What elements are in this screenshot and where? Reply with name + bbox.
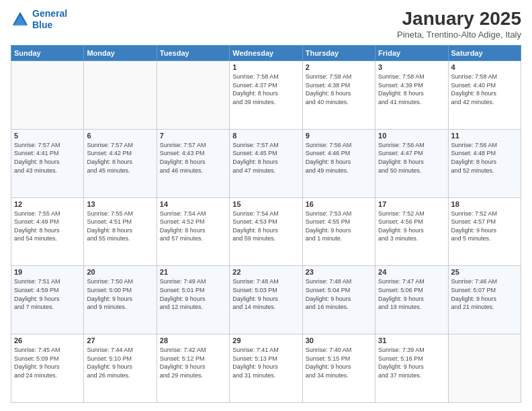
day-info: Sunrise: 7:52 AM Sunset: 4:57 PM Dayligh…: [451, 210, 518, 243]
day-info: Sunrise: 7:58 AM Sunset: 4:37 PM Dayligh…: [232, 73, 299, 106]
day-info: Sunrise: 7:57 AM Sunset: 4:42 PM Dayligh…: [87, 141, 153, 175]
day-number: 11: [451, 132, 518, 140]
day-cell: 10Sunrise: 7:56 AM Sunset: 4:47 PM Dayli…: [375, 129, 448, 197]
day-number: 9: [306, 132, 372, 140]
day-info: Sunrise: 7:57 AM Sunset: 4:45 PM Dayligh…: [232, 141, 299, 175]
day-number: 24: [378, 268, 445, 276]
day-number: 8: [232, 132, 299, 140]
day-cell: 22Sunrise: 7:48 AM Sunset: 5:03 PM Dayli…: [230, 266, 302, 334]
day-cell: 28Sunrise: 7:42 AM Sunset: 5:12 PM Dayli…: [157, 334, 229, 403]
day-info: Sunrise: 7:40 AM Sunset: 5:15 PM Dayligh…: [306, 346, 372, 379]
day-info: Sunrise: 7:58 AM Sunset: 4:39 PM Dayligh…: [378, 73, 445, 106]
weekday-header-saturday: Saturday: [448, 46, 521, 61]
day-info: Sunrise: 7:49 AM Sunset: 5:01 PM Dayligh…: [160, 277, 226, 311]
day-number: 22: [232, 268, 299, 276]
weekday-header-sunday: Sunday: [11, 46, 84, 61]
day-cell: 5Sunrise: 7:57 AM Sunset: 4:41 PM Daylig…: [11, 129, 84, 197]
day-cell: 30Sunrise: 7:40 AM Sunset: 5:15 PM Dayli…: [302, 334, 375, 403]
day-info: Sunrise: 7:58 AM Sunset: 4:38 PM Dayligh…: [306, 73, 372, 106]
day-number: 19: [14, 268, 81, 276]
weekday-header-thursday: Thursday: [302, 46, 375, 61]
day-info: Sunrise: 7:54 AM Sunset: 4:52 PM Dayligh…: [160, 210, 226, 243]
page: General Blue January 2025 Pineta, Trenti…: [0, 0, 532, 411]
location: Pineta, Trentino-Alto Adige, Italy: [397, 30, 521, 40]
day-number: 1: [232, 63, 299, 71]
day-cell: [11, 61, 84, 130]
day-cell: 25Sunrise: 7:46 AM Sunset: 5:07 PM Dayli…: [448, 266, 521, 334]
day-cell: 27Sunrise: 7:44 AM Sunset: 5:10 PM Dayli…: [84, 334, 157, 403]
header: General Blue January 2025 Pineta, Trenti…: [11, 8, 521, 40]
day-cell: 31Sunrise: 7:39 AM Sunset: 5:16 PM Dayli…: [375, 334, 448, 403]
day-number: 5: [14, 132, 81, 140]
day-info: Sunrise: 7:56 AM Sunset: 4:46 PM Dayligh…: [306, 141, 372, 175]
day-info: Sunrise: 7:52 AM Sunset: 4:56 PM Dayligh…: [378, 210, 445, 243]
day-info: Sunrise: 7:44 AM Sunset: 5:10 PM Dayligh…: [87, 346, 153, 379]
day-number: 3: [378, 63, 445, 71]
day-number: 30: [306, 336, 372, 345]
day-number: 18: [451, 200, 518, 208]
day-number: 20: [87, 268, 153, 276]
day-cell: 17Sunrise: 7:52 AM Sunset: 4:56 PM Dayli…: [375, 197, 448, 266]
day-cell: [157, 61, 229, 130]
day-cell: 14Sunrise: 7:54 AM Sunset: 4:52 PM Dayli…: [157, 197, 229, 266]
day-info: Sunrise: 7:41 AM Sunset: 5:13 PM Dayligh…: [232, 346, 299, 379]
day-number: 4: [451, 63, 518, 71]
day-cell: 1Sunrise: 7:58 AM Sunset: 4:37 PM Daylig…: [230, 61, 302, 130]
day-info: Sunrise: 7:57 AM Sunset: 4:43 PM Dayligh…: [160, 141, 226, 175]
day-number: 29: [232, 336, 299, 345]
day-number: 10: [378, 132, 445, 140]
day-cell: 13Sunrise: 7:55 AM Sunset: 4:51 PM Dayli…: [84, 197, 157, 266]
day-cell: 21Sunrise: 7:49 AM Sunset: 5:01 PM Dayli…: [157, 266, 229, 334]
weekday-header-monday: Monday: [84, 46, 157, 61]
day-number: 6: [87, 132, 153, 140]
day-cell: 23Sunrise: 7:48 AM Sunset: 5:04 PM Dayli…: [302, 266, 375, 334]
weekday-header-friday: Friday: [375, 46, 448, 61]
weekday-header-tuesday: Tuesday: [157, 46, 229, 61]
day-cell: 12Sunrise: 7:55 AM Sunset: 4:49 PM Dayli…: [11, 197, 84, 266]
day-info: Sunrise: 7:48 AM Sunset: 5:04 PM Dayligh…: [306, 277, 372, 311]
logo-line2: Blue: [32, 19, 52, 30]
day-cell: 3Sunrise: 7:58 AM Sunset: 4:39 PM Daylig…: [375, 61, 448, 130]
day-cell: 11Sunrise: 7:56 AM Sunset: 4:48 PM Dayli…: [448, 129, 521, 197]
day-number: 7: [160, 132, 226, 140]
day-number: 2: [306, 63, 372, 71]
day-number: 15: [232, 200, 299, 208]
calendar-table: SundayMondayTuesdayWednesdayThursdayFrid…: [11, 45, 521, 403]
day-cell: [84, 61, 157, 130]
day-cell: 15Sunrise: 7:54 AM Sunset: 4:53 PM Dayli…: [230, 197, 302, 266]
day-info: Sunrise: 7:55 AM Sunset: 4:49 PM Dayligh…: [14, 210, 81, 243]
day-info: Sunrise: 7:53 AM Sunset: 4:55 PM Dayligh…: [306, 210, 372, 243]
week-row-1: 1Sunrise: 7:58 AM Sunset: 4:37 PM Daylig…: [11, 61, 521, 130]
day-cell: 4Sunrise: 7:58 AM Sunset: 4:40 PM Daylig…: [448, 61, 521, 130]
week-row-4: 19Sunrise: 7:51 AM Sunset: 4:59 PM Dayli…: [11, 266, 521, 334]
day-info: Sunrise: 7:45 AM Sunset: 5:09 PM Dayligh…: [14, 346, 81, 379]
day-info: Sunrise: 7:58 AM Sunset: 4:40 PM Dayligh…: [451, 73, 518, 106]
day-number: 21: [160, 268, 226, 276]
week-row-5: 26Sunrise: 7:45 AM Sunset: 5:09 PM Dayli…: [11, 334, 521, 403]
day-number: 14: [160, 200, 226, 208]
day-cell: 6Sunrise: 7:57 AM Sunset: 4:42 PM Daylig…: [84, 129, 157, 197]
day-number: 28: [160, 336, 226, 345]
day-cell: 18Sunrise: 7:52 AM Sunset: 4:57 PM Dayli…: [448, 197, 521, 266]
weekday-header-row: SundayMondayTuesdayWednesdayThursdayFrid…: [11, 46, 521, 61]
day-info: Sunrise: 7:56 AM Sunset: 4:47 PM Dayligh…: [378, 141, 445, 175]
logo-text: General Blue: [32, 8, 67, 31]
day-number: 23: [306, 268, 372, 276]
day-info: Sunrise: 7:48 AM Sunset: 5:03 PM Dayligh…: [232, 277, 299, 311]
day-number: 13: [87, 200, 153, 208]
day-number: 16: [306, 200, 372, 208]
weekday-header-wednesday: Wednesday: [230, 46, 302, 61]
day-cell: 8Sunrise: 7:57 AM Sunset: 4:45 PM Daylig…: [230, 129, 302, 197]
week-row-3: 12Sunrise: 7:55 AM Sunset: 4:49 PM Dayli…: [11, 197, 521, 266]
day-info: Sunrise: 7:50 AM Sunset: 5:00 PM Dayligh…: [87, 277, 153, 311]
day-info: Sunrise: 7:56 AM Sunset: 4:48 PM Dayligh…: [451, 141, 518, 175]
day-info: Sunrise: 7:39 AM Sunset: 5:16 PM Dayligh…: [378, 346, 445, 379]
day-info: Sunrise: 7:42 AM Sunset: 5:12 PM Dayligh…: [160, 346, 226, 379]
month-title: January 2025: [397, 8, 521, 30]
day-cell: 19Sunrise: 7:51 AM Sunset: 4:59 PM Dayli…: [11, 266, 84, 334]
day-cell: 26Sunrise: 7:45 AM Sunset: 5:09 PM Dayli…: [11, 334, 84, 403]
day-info: Sunrise: 7:51 AM Sunset: 4:59 PM Dayligh…: [14, 277, 81, 311]
day-info: Sunrise: 7:47 AM Sunset: 5:06 PM Dayligh…: [378, 277, 445, 311]
day-number: 17: [378, 200, 445, 208]
day-cell: 2Sunrise: 7:58 AM Sunset: 4:38 PM Daylig…: [302, 61, 375, 130]
